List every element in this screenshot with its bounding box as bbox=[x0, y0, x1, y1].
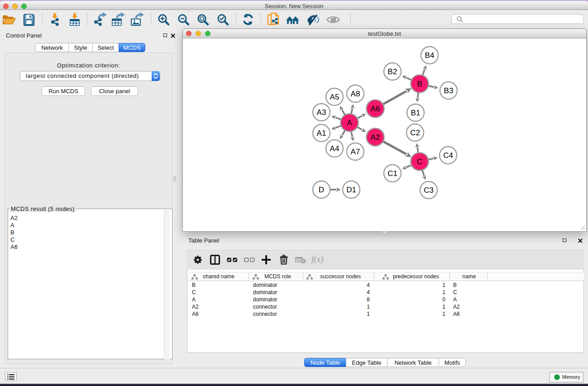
svg-text:B4: B4 bbox=[425, 51, 435, 60]
svg-text:C1: C1 bbox=[387, 169, 397, 178]
svg-text:A3: A3 bbox=[317, 108, 326, 117]
svg-text:D: D bbox=[319, 186, 324, 194]
svg-text:B: B bbox=[417, 80, 422, 88]
svg-text:B1: B1 bbox=[411, 109, 421, 117]
svg-text:C4: C4 bbox=[443, 151, 453, 160]
svg-text:A1: A1 bbox=[317, 129, 326, 138]
svg-text:A2: A2 bbox=[371, 133, 380, 142]
svg-text:A8: A8 bbox=[351, 90, 360, 98]
svg-text:B3: B3 bbox=[444, 86, 454, 95]
svg-text:C2: C2 bbox=[410, 129, 420, 137]
svg-text:C3: C3 bbox=[424, 186, 434, 195]
svg-text:A7: A7 bbox=[351, 148, 360, 156]
svg-text:D1: D1 bbox=[346, 186, 356, 194]
svg-text:A: A bbox=[347, 119, 352, 127]
svg-text:B2: B2 bbox=[388, 67, 397, 76]
svg-text:A6: A6 bbox=[371, 105, 380, 113]
svg-text:C: C bbox=[417, 157, 422, 166]
svg-text:A4: A4 bbox=[330, 144, 339, 153]
svg-text:A5: A5 bbox=[330, 93, 339, 101]
